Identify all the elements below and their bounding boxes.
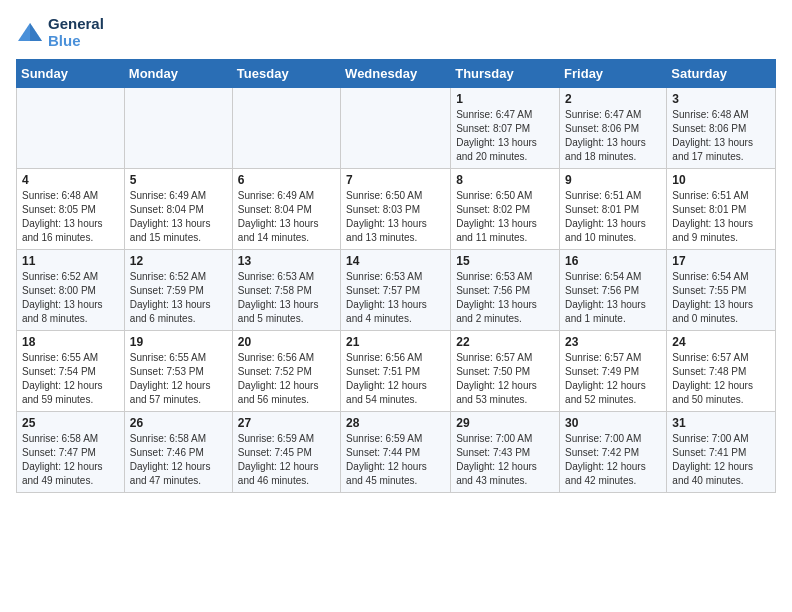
- day-number: 22: [456, 335, 554, 349]
- day-info: Sunrise: 6:56 AM Sunset: 7:51 PM Dayligh…: [346, 351, 445, 407]
- day-info: Sunrise: 6:57 AM Sunset: 7:49 PM Dayligh…: [565, 351, 661, 407]
- day-number: 3: [672, 92, 770, 106]
- calendar-cell: 31Sunrise: 7:00 AM Sunset: 7:41 PM Dayli…: [667, 412, 776, 493]
- calendar-cell: [17, 88, 125, 169]
- day-info: Sunrise: 6:51 AM Sunset: 8:01 PM Dayligh…: [672, 189, 770, 245]
- calendar-week-row: 25Sunrise: 6:58 AM Sunset: 7:47 PM Dayli…: [17, 412, 776, 493]
- day-number: 14: [346, 254, 445, 268]
- calendar-cell: 17Sunrise: 6:54 AM Sunset: 7:55 PM Dayli…: [667, 250, 776, 331]
- calendar-cell: [341, 88, 451, 169]
- day-number: 19: [130, 335, 227, 349]
- day-info: Sunrise: 6:47 AM Sunset: 8:07 PM Dayligh…: [456, 108, 554, 164]
- day-number: 23: [565, 335, 661, 349]
- day-info: Sunrise: 6:47 AM Sunset: 8:06 PM Dayligh…: [565, 108, 661, 164]
- calendar-week-row: 1Sunrise: 6:47 AM Sunset: 8:07 PM Daylig…: [17, 88, 776, 169]
- day-info: Sunrise: 6:53 AM Sunset: 7:58 PM Dayligh…: [238, 270, 335, 326]
- calendar-cell: 20Sunrise: 6:56 AM Sunset: 7:52 PM Dayli…: [232, 331, 340, 412]
- day-number: 28: [346, 416, 445, 430]
- day-info: Sunrise: 6:49 AM Sunset: 8:04 PM Dayligh…: [130, 189, 227, 245]
- day-number: 4: [22, 173, 119, 187]
- calendar-cell: 14Sunrise: 6:53 AM Sunset: 7:57 PM Dayli…: [341, 250, 451, 331]
- day-number: 17: [672, 254, 770, 268]
- calendar-cell: 9Sunrise: 6:51 AM Sunset: 8:01 PM Daylig…: [560, 169, 667, 250]
- calendar-week-row: 11Sunrise: 6:52 AM Sunset: 8:00 PM Dayli…: [17, 250, 776, 331]
- weekday-header: Wednesday: [341, 60, 451, 88]
- svg-marker-1: [30, 23, 42, 41]
- day-number: 29: [456, 416, 554, 430]
- calendar-cell: 4Sunrise: 6:48 AM Sunset: 8:05 PM Daylig…: [17, 169, 125, 250]
- day-number: 16: [565, 254, 661, 268]
- day-info: Sunrise: 6:51 AM Sunset: 8:01 PM Dayligh…: [565, 189, 661, 245]
- calendar-cell: 24Sunrise: 6:57 AM Sunset: 7:48 PM Dayli…: [667, 331, 776, 412]
- day-number: 11: [22, 254, 119, 268]
- calendar-cell: 8Sunrise: 6:50 AM Sunset: 8:02 PM Daylig…: [451, 169, 560, 250]
- day-info: Sunrise: 7:00 AM Sunset: 7:42 PM Dayligh…: [565, 432, 661, 488]
- day-number: 13: [238, 254, 335, 268]
- calendar-cell: 23Sunrise: 6:57 AM Sunset: 7:49 PM Dayli…: [560, 331, 667, 412]
- calendar-cell: 21Sunrise: 6:56 AM Sunset: 7:51 PM Dayli…: [341, 331, 451, 412]
- day-number: 21: [346, 335, 445, 349]
- day-info: Sunrise: 6:54 AM Sunset: 7:56 PM Dayligh…: [565, 270, 661, 326]
- day-number: 18: [22, 335, 119, 349]
- calendar-cell: 10Sunrise: 6:51 AM Sunset: 8:01 PM Dayli…: [667, 169, 776, 250]
- weekday-header: Thursday: [451, 60, 560, 88]
- calendar-cell: 27Sunrise: 6:59 AM Sunset: 7:45 PM Dayli…: [232, 412, 340, 493]
- day-info: Sunrise: 6:57 AM Sunset: 7:48 PM Dayligh…: [672, 351, 770, 407]
- logo: General Blue: [16, 16, 104, 49]
- calendar-cell: 18Sunrise: 6:55 AM Sunset: 7:54 PM Dayli…: [17, 331, 125, 412]
- day-number: 15: [456, 254, 554, 268]
- day-info: Sunrise: 6:56 AM Sunset: 7:52 PM Dayligh…: [238, 351, 335, 407]
- calendar-cell: 30Sunrise: 7:00 AM Sunset: 7:42 PM Dayli…: [560, 412, 667, 493]
- calendar-cell: 29Sunrise: 7:00 AM Sunset: 7:43 PM Dayli…: [451, 412, 560, 493]
- weekday-header: Friday: [560, 60, 667, 88]
- logo-icon: [16, 21, 44, 45]
- day-info: Sunrise: 6:50 AM Sunset: 8:03 PM Dayligh…: [346, 189, 445, 245]
- day-number: 12: [130, 254, 227, 268]
- day-info: Sunrise: 6:59 AM Sunset: 7:45 PM Dayligh…: [238, 432, 335, 488]
- weekday-header: Tuesday: [232, 60, 340, 88]
- calendar-week-row: 18Sunrise: 6:55 AM Sunset: 7:54 PM Dayli…: [17, 331, 776, 412]
- calendar-cell: 3Sunrise: 6:48 AM Sunset: 8:06 PM Daylig…: [667, 88, 776, 169]
- day-number: 8: [456, 173, 554, 187]
- calendar-cell: 11Sunrise: 6:52 AM Sunset: 8:00 PM Dayli…: [17, 250, 125, 331]
- day-info: Sunrise: 6:58 AM Sunset: 7:47 PM Dayligh…: [22, 432, 119, 488]
- calendar-cell: 1Sunrise: 6:47 AM Sunset: 8:07 PM Daylig…: [451, 88, 560, 169]
- day-info: Sunrise: 6:55 AM Sunset: 7:53 PM Dayligh…: [130, 351, 227, 407]
- day-info: Sunrise: 6:59 AM Sunset: 7:44 PM Dayligh…: [346, 432, 445, 488]
- weekday-header-row: SundayMondayTuesdayWednesdayThursdayFrid…: [17, 60, 776, 88]
- day-number: 26: [130, 416, 227, 430]
- calendar-table: SundayMondayTuesdayWednesdayThursdayFrid…: [16, 59, 776, 493]
- day-number: 7: [346, 173, 445, 187]
- day-info: Sunrise: 7:00 AM Sunset: 7:41 PM Dayligh…: [672, 432, 770, 488]
- calendar-cell: 6Sunrise: 6:49 AM Sunset: 8:04 PM Daylig…: [232, 169, 340, 250]
- calendar-cell: [124, 88, 232, 169]
- day-info: Sunrise: 6:48 AM Sunset: 8:06 PM Dayligh…: [672, 108, 770, 164]
- calendar-cell: 19Sunrise: 6:55 AM Sunset: 7:53 PM Dayli…: [124, 331, 232, 412]
- day-number: 27: [238, 416, 335, 430]
- day-number: 1: [456, 92, 554, 106]
- weekday-header: Saturday: [667, 60, 776, 88]
- day-info: Sunrise: 6:53 AM Sunset: 7:56 PM Dayligh…: [456, 270, 554, 326]
- day-number: 10: [672, 173, 770, 187]
- day-info: Sunrise: 6:58 AM Sunset: 7:46 PM Dayligh…: [130, 432, 227, 488]
- day-number: 9: [565, 173, 661, 187]
- day-info: Sunrise: 7:00 AM Sunset: 7:43 PM Dayligh…: [456, 432, 554, 488]
- calendar-cell: 13Sunrise: 6:53 AM Sunset: 7:58 PM Dayli…: [232, 250, 340, 331]
- day-info: Sunrise: 6:50 AM Sunset: 8:02 PM Dayligh…: [456, 189, 554, 245]
- calendar-cell: 22Sunrise: 6:57 AM Sunset: 7:50 PM Dayli…: [451, 331, 560, 412]
- weekday-header: Sunday: [17, 60, 125, 88]
- calendar-cell: 26Sunrise: 6:58 AM Sunset: 7:46 PM Dayli…: [124, 412, 232, 493]
- day-number: 25: [22, 416, 119, 430]
- calendar-cell: [232, 88, 340, 169]
- calendar-week-row: 4Sunrise: 6:48 AM Sunset: 8:05 PM Daylig…: [17, 169, 776, 250]
- day-number: 31: [672, 416, 770, 430]
- day-info: Sunrise: 6:48 AM Sunset: 8:05 PM Dayligh…: [22, 189, 119, 245]
- weekday-header: Monday: [124, 60, 232, 88]
- day-info: Sunrise: 6:53 AM Sunset: 7:57 PM Dayligh…: [346, 270, 445, 326]
- day-info: Sunrise: 6:57 AM Sunset: 7:50 PM Dayligh…: [456, 351, 554, 407]
- day-info: Sunrise: 6:49 AM Sunset: 8:04 PM Dayligh…: [238, 189, 335, 245]
- logo-text: General Blue: [48, 16, 104, 49]
- header: General Blue: [16, 16, 776, 49]
- day-info: Sunrise: 6:52 AM Sunset: 8:00 PM Dayligh…: [22, 270, 119, 326]
- day-number: 24: [672, 335, 770, 349]
